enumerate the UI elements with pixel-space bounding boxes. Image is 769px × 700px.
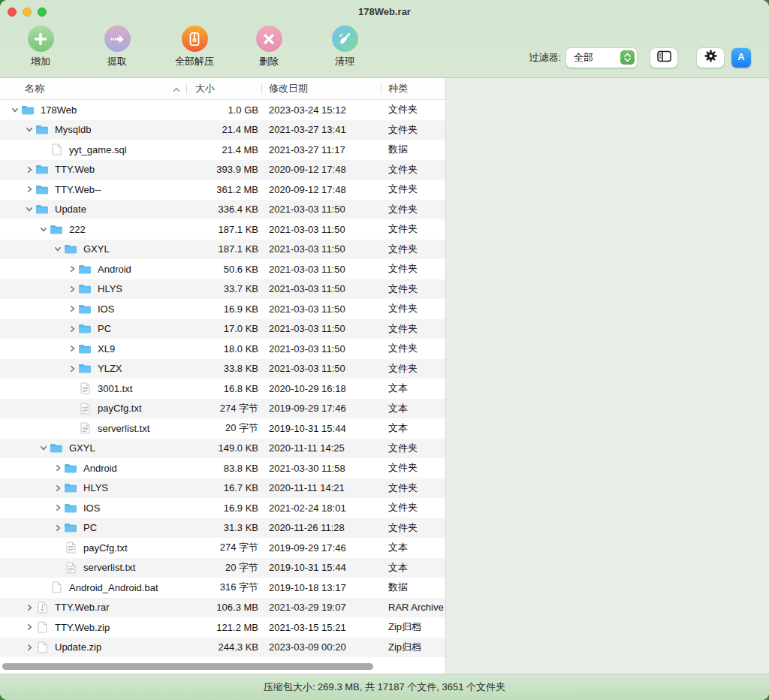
file-size: 21.4 MB (186, 124, 261, 135)
table-row[interactable]: IOS 16.9 KB 2021-02-24 18:01 文件夹 (0, 498, 445, 518)
table-row[interactable]: Android_Android.bat 316 字节 2019-10-18 13… (0, 578, 445, 598)
table-row[interactable]: YLZX 33.8 KB 2021-03-03 11:50 文件夹 (0, 359, 445, 379)
file-name: XL9 (98, 343, 115, 355)
file-icon (48, 581, 65, 593)
table-row[interactable]: serverlist.txt 20 字节 2019-10-31 15:44 文本 (0, 558, 445, 578)
svg-text:A: A (737, 50, 745, 62)
preview-pane (445, 78, 769, 674)
disclosure-chevron[interactable] (25, 206, 34, 213)
table-row[interactable]: TTY.Web.zip 121.2 MB 2021-03-15 15:21 Zi… (0, 617, 445, 638)
disclosure-chevron[interactable] (39, 445, 48, 451)
table-row[interactable]: 222 187.1 KB 2021-03-03 11:50 文件夹 (0, 219, 445, 240)
file-size: 187.1 KB (186, 243, 261, 255)
file-name: Mysqldb (55, 124, 91, 135)
disclosure-chevron[interactable] (25, 126, 34, 133)
disclosure-chevron[interactable] (25, 186, 34, 193)
disclosure-chevron[interactable] (68, 325, 77, 333)
disclosure-chevron[interactable] (68, 305, 77, 312)
table-row[interactable]: HLYS 16.7 KB 2020-11-11 14:21 文件夹 (0, 478, 445, 499)
folder-icon (77, 363, 93, 374)
table-row[interactable]: GXYL 149.0 KB 2020-11-11 14:25 文件夹 (0, 439, 445, 459)
column-header-name[interactable]: 名称 (0, 78, 186, 99)
disclosure-chevron[interactable] (53, 504, 62, 511)
folder-icon (48, 224, 65, 235)
disclosure-chevron[interactable] (68, 365, 77, 373)
add-button[interactable]: 增加 (6, 26, 75, 68)
disclosure-chevron[interactable] (53, 246, 62, 252)
file-name: IOS (83, 502, 100, 514)
plus-icon (28, 26, 54, 52)
table-row[interactable]: PC 31.3 KB 2020-11-26 11:28 文件夹 (0, 518, 445, 539)
table-row[interactable]: Update 336.4 KB 2021-03-03 11:50 文件夹 (0, 200, 445, 220)
file-date: 2019-09-29 17:46 (261, 542, 381, 554)
appstore-button[interactable]: A (731, 48, 751, 68)
file-size: 31.3 KB (186, 522, 261, 533)
text-file-icon (77, 403, 93, 415)
name-cell: Android_Android.bat (0, 581, 186, 593)
file-kind: 文件夹 (381, 461, 445, 475)
name-cell: PC (0, 323, 186, 334)
text-file-icon (62, 542, 79, 554)
clean-button[interactable]: 清理 (310, 26, 379, 68)
disclosure-chevron[interactable] (68, 285, 77, 293)
table-row[interactable]: payCfg.txt 274 字节 2019-09-29 17:46 文本 (0, 399, 445, 419)
file-size: 16.8 KB (186, 383, 261, 394)
file-date: 2021-03-03 11:50 (261, 283, 381, 294)
table-row[interactable]: PC 17.0 KB 2021-03-03 11:50 文件夹 (0, 319, 445, 339)
file-date: 2020-10-29 16:18 (261, 383, 381, 394)
file-date: 2019-10-31 15:44 (261, 562, 381, 573)
name-cell: Android (0, 463, 186, 474)
disclosure-chevron[interactable] (25, 604, 34, 611)
table-row[interactable]: payCfg.txt 274 字节 2019-09-29 17:46 文本 (0, 538, 445, 558)
name-cell: 3001.txt (0, 382, 186, 394)
table-row[interactable]: yyt_game.sql 21.4 MB 2021-03-27 11:17 数据 (0, 140, 445, 160)
toggle-sidebar-button[interactable] (650, 48, 677, 68)
column-header-size[interactable]: 大小 (186, 78, 261, 99)
extract-arrow-icon (104, 26, 131, 52)
disclosure-chevron[interactable] (68, 265, 77, 273)
extract-button[interactable]: 提取 (83, 26, 152, 68)
column-header-kind[interactable]: 种类 (381, 78, 445, 99)
column-header-date[interactable]: 修改日期 (261, 78, 381, 99)
disclosure-chevron[interactable] (25, 623, 34, 631)
disclosure-chevron[interactable] (25, 166, 34, 173)
settings-button[interactable] (697, 48, 724, 68)
file-name: TTY.Web-- (55, 184, 101, 195)
file-kind: 文本 (381, 541, 445, 554)
table-row[interactable]: 3001.txt 16.8 KB 2020-10-29 16:18 文本 (0, 379, 445, 399)
folder-icon (62, 463, 79, 474)
disclosure-chevron[interactable] (68, 345, 77, 352)
file-size: 274 字节 (186, 541, 261, 554)
table-row[interactable]: GXYL 187.1 KB 2021-03-03 11:50 文件夹 (0, 240, 445, 260)
file-name: GXYL (69, 442, 95, 454)
extract-all-button[interactable]: 全部解压 (160, 26, 229, 68)
table-row[interactable]: serverlist.txt 20 字节 2019-10-31 15:44 文本 (0, 418, 445, 439)
file-size: 361.2 MB (186, 184, 261, 195)
filter-dropdown[interactable]: 全部 (566, 48, 637, 68)
table-row[interactable]: Android 50.6 KB 2021-03-03 11:50 文件夹 (0, 259, 445, 279)
table-row[interactable]: XL9 18.0 KB 2021-03-03 11:50 文件夹 (0, 339, 445, 359)
table-row[interactable]: TTY.Web-- 361.2 MB 2020-09-12 17:48 文件夹 (0, 180, 445, 200)
file-name: payCfg.txt (83, 542, 128, 554)
disclosure-chevron[interactable] (39, 226, 48, 233)
delete-button[interactable]: 删除 (234, 26, 303, 68)
file-name: TTY.Web.rar (55, 602, 109, 613)
file-date: 2021-03-30 11:58 (261, 463, 381, 474)
disclosure-chevron[interactable] (53, 464, 62, 472)
table-row[interactable]: TTY.Web.rar 106.3 MB 2021-03-29 19:07 RA… (0, 598, 445, 618)
table-row[interactable]: Mysqldb 21.4 MB 2021-03-27 13:41 文件夹 (0, 120, 445, 140)
file-kind: 文件夹 (381, 521, 445, 535)
table-row[interactable]: Update.zip 244.3 KB 2023-03-09 00:20 Zip… (0, 638, 445, 658)
horizontal-scrollbar-thumb[interactable] (2, 663, 373, 670)
disclosure-chevron[interactable] (53, 484, 62, 492)
table-row[interactable]: 178Web 1.0 GB 2023-03-24 15:12 文件夹 (0, 100, 445, 120)
file-kind: 文件夹 (381, 302, 445, 315)
disclosure-chevron[interactable] (25, 644, 34, 651)
disclosure-chevron[interactable] (53, 524, 62, 532)
table-row[interactable]: IOS 16.9 KB 2021-03-03 11:50 文件夹 (0, 299, 445, 319)
table-row[interactable]: Android 83.8 KB 2021-03-30 11:58 文件夹 (0, 458, 445, 478)
disclosure-chevron[interactable] (11, 107, 20, 113)
table-row[interactable]: HLYS 33.7 KB 2021-03-03 11:50 文件夹 (0, 279, 445, 300)
folder-icon (48, 442, 65, 454)
table-row[interactable]: TTY.Web 393.9 MB 2020-09-12 17:48 文件夹 (0, 160, 445, 180)
